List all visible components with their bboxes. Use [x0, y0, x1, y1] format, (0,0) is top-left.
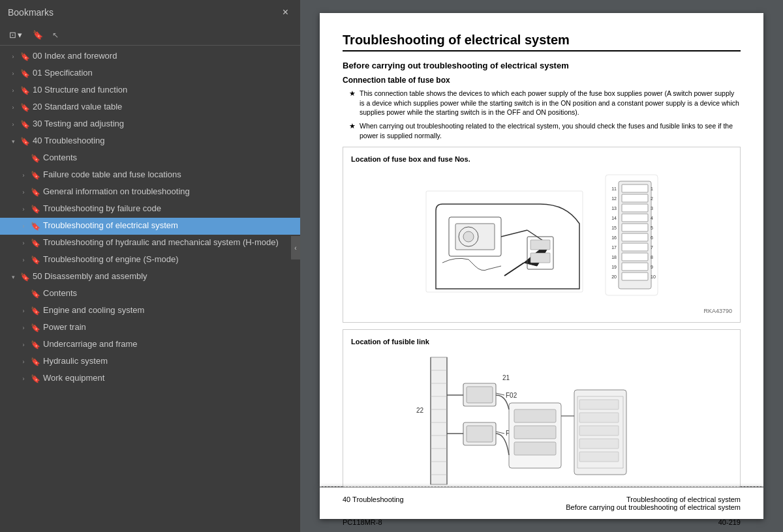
svg-rect-20: [622, 253, 648, 261]
expand-button-item-40-general[interactable]: ›: [18, 186, 29, 199]
fuse-diagram-content: 11 12 13 14 15 16 17 18 19 20 1 2 3: [351, 168, 732, 305]
bullet-item-2: ★ When carrying out troubleshooting rela…: [349, 121, 741, 140]
expand-button-item-50-hydraulic[interactable]: ›: [18, 355, 29, 368]
footer-content: 40 Troubleshooting Troubleshooting of el…: [343, 495, 741, 511]
grid-icon: ⊡: [9, 30, 16, 40]
bookmark-label-item-00: 00 Index and foreword: [33, 50, 295, 62]
bookmark-item-item-01[interactable]: ›🔖01 Specification: [0, 65, 300, 82]
bookmark-label-item-40-contents: Contents: [43, 152, 295, 164]
bookmark-item-item-40-engine[interactable]: ›🔖Troubleshooting of engine (S-mode): [0, 252, 300, 269]
dropdown-arrow-icon: ▾: [18, 30, 22, 40]
svg-rect-13: [622, 185, 648, 192]
expand-button-item-01[interactable]: ›: [8, 67, 18, 80]
svg-text:14: 14: [611, 216, 617, 220]
svg-text:10: 10: [651, 274, 656, 279]
expand-button-item-40[interactable]: ▾: [8, 135, 18, 148]
diagram1-title: Location of fuse box and fuse Nos.: [351, 155, 732, 163]
bookmark-label-item-30: 30 Testing and adjusting: [33, 118, 295, 130]
bookmark-item-item-40-hydraulic[interactable]: ›🔖Troubleshooting of hydraulic and mecha…: [0, 235, 300, 252]
close-button[interactable]: ×: [279, 5, 292, 20]
bookmark-label-item-20: 20 Standard value table: [33, 101, 295, 113]
bookmark-icon-item-50: 🔖: [20, 271, 30, 284]
bookmark-item-item-40-bycode[interactable]: ›🔖Troubleshooting by failure code: [0, 201, 300, 218]
svg-text:20: 20: [611, 274, 617, 279]
bullet-star-1: ★: [349, 89, 356, 98]
expand-button-item-50-work[interactable]: ›: [18, 372, 29, 385]
pdf-panel: Troubleshooting of electrical system Bef…: [300, 0, 783, 532]
bookmark-item-item-40-contents[interactable]: 🔖Contents: [0, 150, 300, 167]
expand-button-item-40-electrical[interactable]: ›: [18, 220, 29, 233]
bookmark-icon-item-50-contents: 🔖: [30, 288, 40, 301]
bookmark-icon-item-00: 🔖: [20, 50, 30, 63]
bookmark-item-item-50-power[interactable]: ›🔖Power train: [0, 319, 300, 336]
bookmark-label-item-40-failure: Failure code table and fuse locations: [43, 169, 295, 181]
pdf-content: Troubleshooting of electrical system Bef…: [300, 0, 783, 532]
expand-button-item-00[interactable]: ›: [8, 50, 18, 63]
bookmark-item-item-50-work[interactable]: ›🔖Work equipment: [0, 370, 300, 387]
expand-button-item-40-bycode[interactable]: ›: [18, 203, 29, 216]
expand-button-item-50[interactable]: ▾: [8, 271, 18, 284]
bookmark-add-button[interactable]: 🔖: [29, 27, 47, 42]
bookmark-label-item-50-work: Work equipment: [43, 372, 295, 384]
expand-button-item-50-engine[interactable]: ›: [18, 304, 29, 318]
expand-button-item-40-failure[interactable]: ›: [18, 169, 29, 182]
bookmark-item-item-40-electrical[interactable]: ›🔖Troubleshooting of electrical system: [0, 218, 300, 235]
bookmark-icon-item-50-engine: 🔖: [30, 304, 40, 318]
bookmark-item-item-40-failure[interactable]: ›🔖Failure code table and fuse locations: [0, 167, 300, 184]
grid-view-button[interactable]: ⊡ ▾: [5, 27, 26, 42]
bookmark-label-item-40-engine: Troubleshooting of engine (S-mode): [43, 254, 295, 265]
svg-text:7: 7: [651, 245, 653, 250]
diagram-fuse-box: Location of fuse box and fuse Nos.: [343, 147, 741, 323]
fusible-link-diagram-container: 22 F02 21: [351, 351, 732, 494]
expand-button-item-20[interactable]: ›: [8, 101, 18, 114]
pdf-footer: 40 Troubleshooting Troubleshooting of el…: [320, 487, 763, 519]
svg-rect-70: [514, 426, 556, 439]
bookmark-item-item-00[interactable]: ›🔖00 Index and foreword: [0, 48, 300, 65]
bookmark-item-item-50-hydraulic[interactable]: ›🔖Hydraulic system: [0, 353, 300, 370]
expand-button-item-50-power[interactable]: ›: [18, 321, 29, 334]
panel-collapse-button[interactable]: ‹: [291, 236, 300, 259]
bookmark-item-item-30[interactable]: ›🔖30 Testing and adjusting: [0, 116, 300, 133]
bookmark-label-item-50: 50 Disassembly and assembly: [33, 271, 295, 282]
bookmark-icon-item-01: 🔖: [20, 67, 30, 80]
bookmark-icon: 🔖: [33, 30, 43, 40]
bookmark-label-item-50-power: Power train: [43, 321, 295, 333]
expand-button-item-10[interactable]: ›: [8, 84, 18, 97]
svg-text:17: 17: [611, 245, 617, 250]
svg-point-6: [463, 231, 474, 242]
cursor-indicator: ↖: [52, 31, 59, 40]
page-model: PC118MR-8: [343, 518, 382, 526]
expand-button-item-50-under[interactable]: ›: [18, 338, 29, 351]
svg-rect-17: [622, 224, 648, 231]
svg-rect-21: [622, 263, 648, 271]
svg-text:F02: F02: [506, 392, 517, 399]
bookmark-item-item-40[interactable]: ▾🔖40 Troubleshooting: [0, 133, 300, 150]
bookmark-icon-item-40-hydraulic: 🔖: [30, 237, 40, 250]
page-number: 40-219: [718, 518, 741, 526]
expand-button-item-40-hydraulic[interactable]: ›: [18, 237, 29, 250]
svg-rect-64: [467, 426, 493, 442]
bullet-list: ★ This connection table shows the device…: [349, 89, 741, 140]
bookmarks-list: ›🔖00 Index and foreword›🔖01 Specificatio…: [0, 46, 300, 532]
expand-button-item-30[interactable]: ›: [8, 118, 18, 131]
section-heading: Before carrying out troubleshooting of e…: [343, 61, 741, 70]
bullet-text-2: When carrying out troubleshooting relate…: [360, 121, 741, 140]
bookmark-label-item-50-contents: Contents: [43, 288, 295, 299]
bookmark-item-item-50-engine[interactable]: ›🔖Engine and cooling system: [0, 303, 300, 319]
svg-rect-22: [622, 273, 648, 280]
svg-text:13: 13: [611, 206, 617, 211]
bookmark-item-item-50-under[interactable]: ›🔖Undercarriage and frame: [0, 336, 300, 353]
bookmark-item-item-40-general[interactable]: ›🔖General information on troubleshooting: [0, 184, 300, 201]
bookmark-item-item-10[interactable]: ›🔖10 Structure and function: [0, 82, 300, 99]
svg-text:12: 12: [611, 196, 617, 201]
svg-rect-77: [579, 452, 619, 462]
bookmark-item-item-20[interactable]: ›🔖20 Standard value table: [0, 99, 300, 116]
bookmark-item-item-50-contents[interactable]: 🔖Contents: [0, 286, 300, 303]
svg-rect-71: [514, 442, 556, 455]
subsection-heading: Connection table of fuse box: [343, 76, 741, 85]
svg-rect-74: [579, 413, 619, 422]
expand-button-item-40-engine[interactable]: ›: [18, 254, 29, 267]
bookmark-icon-item-40-failure: 🔖: [30, 169, 40, 182]
bullet-item-1: ★ This connection table shows the device…: [349, 89, 741, 117]
bookmark-item-item-50[interactable]: ▾🔖50 Disassembly and assembly: [0, 269, 300, 286]
